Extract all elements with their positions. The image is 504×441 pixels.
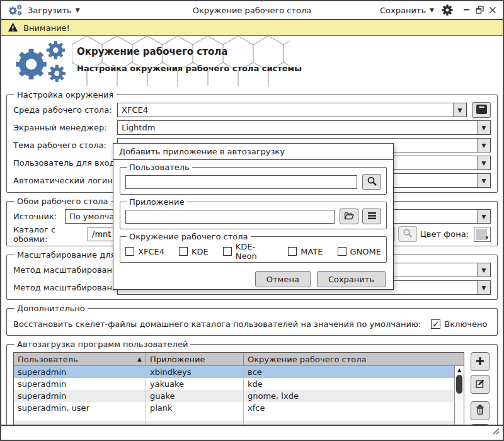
scaling-method-1-label: Метод масштабирования xyxy=(13,265,117,275)
wallpaper-dir-label: Каталог с обоями: xyxy=(13,225,88,244)
scrollbar-thumb[interactable] xyxy=(456,375,462,394)
desktop-theme-label: Тема рабочего стола: xyxy=(13,140,117,150)
skel-files-checkbox[interactable]: ✓ xyxy=(431,319,440,329)
checkbox-box[interactable] xyxy=(125,247,134,256)
chevron-down-icon: ▼ xyxy=(484,235,490,241)
titlebar: Загрузить ▼ Окружение рабочего стола Сох… xyxy=(1,1,503,20)
display-manager-value: Lightdm xyxy=(118,123,155,132)
window-title: Окружение рабочего стола xyxy=(193,6,312,15)
additional-legend: Дополнительно xyxy=(14,304,88,313)
wallpaper-source-label: Источник: xyxy=(13,212,65,221)
dialog-app-group: Приложение xyxy=(120,197,387,229)
checkbox-box[interactable] xyxy=(179,247,188,256)
checkbox-kde-neon[interactable]: KDE-Neon xyxy=(223,242,274,261)
skel-files-checkbox-label: Включено xyxy=(444,319,487,329)
save-button[interactable]: Сохранить xyxy=(317,271,386,287)
chevron-down-icon[interactable]: ▼ xyxy=(477,263,490,277)
edit-entry-button[interactable] xyxy=(471,375,490,394)
wallpaper-legend: Обои рабочего стола xyxy=(14,197,111,206)
desktop-env-label: Среда рабочего стола: xyxy=(13,105,117,115)
desktop-env-value: XFCE4 xyxy=(118,105,148,115)
scroll-up-icon[interactable]: ▲ xyxy=(455,366,464,374)
delete-entry-button[interactable] xyxy=(471,401,490,420)
column-header-user[interactable]: Пользователь ▲ xyxy=(14,353,146,365)
desktop-env-combobox[interactable]: XFCE4 ▼ xyxy=(117,103,467,117)
checkbox-mate[interactable]: MATE xyxy=(288,247,323,256)
checkbox-box[interactable] xyxy=(223,247,232,256)
dialog-user-input[interactable] xyxy=(125,175,357,189)
page-subtitle: Настройка окружения рабочего стола систе… xyxy=(77,64,302,73)
dialog-user-group: Пользователь xyxy=(120,163,387,195)
dialog-app-browse-button[interactable] xyxy=(340,209,358,224)
app-logo-gears-icon xyxy=(11,41,73,85)
dialog-user-legend: Пользователь xyxy=(127,163,192,172)
checkbox-box[interactable] xyxy=(338,247,346,256)
warning-bar: Внимание! xyxy=(1,20,503,36)
warning-text: Внимание! xyxy=(23,23,70,33)
dialog-env-group: Окружение рабочего стола XFCE4 KDE KDE-N… xyxy=(120,232,387,263)
chevron-down-icon[interactable]: ▼ xyxy=(477,156,490,169)
checkbox-kde[interactable]: KDE xyxy=(179,247,209,256)
cancel-button[interactable]: Отмена xyxy=(255,271,311,287)
table-scrollbar[interactable]: ▲ ▼ xyxy=(454,366,464,433)
autostart-table: Пользователь ▲ Приложение Окружение рабо… xyxy=(13,352,464,434)
table-row[interactable]: superadmin, user plank xfce xyxy=(14,402,464,414)
autostart-legend: Автозагрузка программ пользователей xyxy=(14,340,190,349)
column-header-app[interactable]: Приложение xyxy=(146,353,244,365)
desktop-env-package-button[interactable] xyxy=(472,102,491,118)
chevron-down-icon[interactable]: ▼ xyxy=(477,281,490,294)
trash-icon xyxy=(475,404,485,417)
plus-icon xyxy=(475,356,485,368)
maximize-button[interactable] xyxy=(476,4,484,16)
app-header: Окружение рабочего стола Настройка окруж… xyxy=(1,36,503,86)
additional-group: Дополнительно Восстановить скелет-файлы … xyxy=(6,304,498,336)
folder-open-icon xyxy=(343,211,355,222)
app-window: Загрузить ▼ Окружение рабочего стола Сох… xyxy=(0,0,504,441)
bg-color-picker-button[interactable]: ▼ xyxy=(474,227,491,242)
checkbox-box[interactable] xyxy=(288,247,297,256)
chevron-down-icon[interactable]: ▼ xyxy=(477,121,490,134)
minimize-button[interactable] xyxy=(463,4,471,16)
dialog-env-legend: Окружение рабочего стола xyxy=(127,232,251,241)
dialog-app-menu-button[interactable] xyxy=(362,209,381,224)
app-gears-icon xyxy=(8,3,24,18)
settings-gear-icon[interactable] xyxy=(442,4,453,16)
chevron-down-icon: ▼ xyxy=(76,7,80,13)
table-empty-row xyxy=(14,414,464,421)
checkbox-gnome[interactable]: GNOME xyxy=(338,247,381,256)
chevron-down-icon[interactable]: ▼ xyxy=(477,174,490,187)
load-dropdown-button[interactable]: Загрузить ▼ xyxy=(28,6,80,15)
autologin-label: Автоматический логин пол xyxy=(13,176,117,185)
dialog-app-input[interactable] xyxy=(125,210,335,224)
table-row[interactable]: superadmin yakuake kde xyxy=(14,378,464,390)
edit-pencil-icon xyxy=(475,378,486,391)
dialog-user-search-button[interactable] xyxy=(362,174,381,190)
dialog-app-legend: Приложение xyxy=(127,197,186,207)
status-bar xyxy=(1,425,503,440)
skel-files-label: Восстановить скелет-файлы домашнего ката… xyxy=(13,319,421,329)
dialog-title: Добавить приложение в автозагрузку xyxy=(113,144,393,160)
load-label: Загрузить xyxy=(28,6,72,15)
chevron-down-icon[interactable]: ▼ xyxy=(477,139,490,152)
chevron-down-icon[interactable]: ▼ xyxy=(453,103,466,117)
wallpaper-dir-search-button[interactable] xyxy=(398,226,417,242)
display-manager-label: Экранный менеджер: xyxy=(13,123,117,132)
column-header-env[interactable]: Окружение рабочего стола xyxy=(244,353,464,365)
chevron-down-icon: ▼ xyxy=(430,7,434,13)
save-dropdown-button[interactable]: Сохранить ▼ xyxy=(380,6,434,15)
search-icon xyxy=(403,228,413,240)
resize-grip[interactable] xyxy=(491,425,500,437)
scaling-method-2-label: Метод масштабирования xyxy=(13,283,117,292)
package-box-icon xyxy=(476,104,488,117)
display-manager-combobox[interactable]: Lightdm ▼ xyxy=(117,120,491,135)
close-button[interactable] xyxy=(489,4,496,16)
add-entry-button[interactable] xyxy=(471,352,490,371)
table-row[interactable]: superadmin xbindkeys все xyxy=(14,366,464,378)
chevron-down-icon[interactable]: ▼ xyxy=(477,210,490,223)
warning-triangle-icon xyxy=(8,22,18,34)
checkbox-xfce4[interactable]: XFCE4 xyxy=(125,247,164,256)
sort-asc-icon: ▲ xyxy=(137,356,142,362)
environment-settings-legend: Настройка окружения xyxy=(14,90,116,100)
table-header-row: Пользователь ▲ Приложение Окружение рабо… xyxy=(14,353,464,366)
table-row[interactable]: superadmin guake gnome, lxde xyxy=(14,390,464,402)
